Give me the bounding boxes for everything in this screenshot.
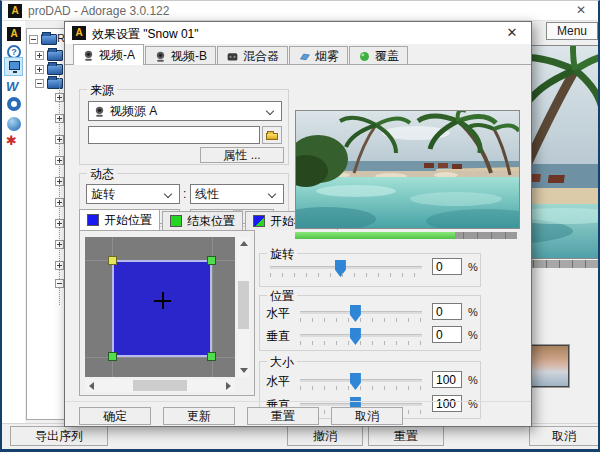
position-vertical-value-field[interactable] <box>432 326 462 343</box>
update-button[interactable]: 更新 <box>163 407 235 425</box>
folder-icon <box>47 50 63 61</box>
tree-expand-icon[interactable] <box>55 135 64 144</box>
webcam-icon <box>154 50 167 63</box>
scrollbar-thumb[interactable] <box>133 380 187 391</box>
tree-expand-icon[interactable] <box>35 51 44 60</box>
reset-button[interactable]: 重置 <box>368 426 444 446</box>
tab-video-b[interactable]: 视频-B <box>145 46 216 65</box>
delete-icon[interactable]: ✱ <box>6 133 17 148</box>
tree-expand-icon[interactable] <box>55 177 64 186</box>
tree-expand-icon[interactable] <box>55 219 64 228</box>
video-source-select[interactable]: 视频源 A <box>88 101 282 121</box>
tree-expand-icon[interactable] <box>55 198 64 207</box>
preview-progress-bar[interactable] <box>295 232 517 239</box>
slider-ticks <box>270 273 422 277</box>
tab-label: 覆盖 <box>375 48 399 65</box>
tab-video-a[interactable]: 视频-A <box>73 44 144 65</box>
rotation-group: 旋转 % <box>259 253 481 287</box>
scroll-down-icon[interactable] <box>240 368 248 373</box>
cancel-button[interactable]: 取消 <box>529 426 599 446</box>
size-horizontal-slider[interactable] <box>300 379 422 382</box>
crosshair-icon <box>162 292 164 309</box>
browse-button[interactable] <box>262 126 282 144</box>
tab-mixer[interactable]: 混合器 <box>217 46 288 65</box>
sphere-icon[interactable] <box>7 117 21 131</box>
video-source-value: 视频源 A <box>110 103 157 120</box>
tab-smoke[interactable]: 烟雾 <box>289 46 348 65</box>
handle-bottom-left[interactable] <box>108 352 117 361</box>
effects-w-icon[interactable]: W <box>6 79 18 94</box>
tab-end-position[interactable]: 结束位置 <box>162 211 243 230</box>
tree-collapse-icon[interactable] <box>29 35 38 44</box>
menu-button[interactable]: Menu <box>546 22 598 40</box>
webcam-icon <box>93 105 106 118</box>
position-horizontal-value-field[interactable] <box>432 303 462 320</box>
handle-bottom-right[interactable] <box>207 352 216 361</box>
tree-collapse-icon[interactable] <box>35 79 44 88</box>
dialog-tabbar: 视频-A 视频-B 混合器 烟雾 覆盖 <box>65 44 531 65</box>
interpolation-select[interactable]: 线性 <box>190 184 284 204</box>
tree-collapse-icon[interactable] <box>55 279 64 288</box>
ok-button[interactable]: 确定 <box>79 407 151 425</box>
position-editor <box>79 230 255 396</box>
prodad-logo-icon: A <box>7 27 21 41</box>
properties-button[interactable]: 属性 ... <box>200 147 284 163</box>
main-close-icon[interactable]: ✕ <box>568 2 594 19</box>
tree-expand-icon[interactable] <box>55 261 64 270</box>
tree-expand-icon[interactable] <box>55 156 64 165</box>
horizontal-label: 水平 <box>266 373 290 390</box>
tree-expand-icon[interactable] <box>55 240 64 249</box>
tab-overlay[interactable]: 覆盖 <box>349 46 408 65</box>
rotation-value-field[interactable] <box>432 258 462 275</box>
folder-icon <box>41 34 57 45</box>
dialog-close-icon[interactable]: ✕ <box>499 24 525 42</box>
folder-icon <box>47 64 63 75</box>
sidebar: A ? W ✱ <box>2 21 25 426</box>
position-vertical-slider[interactable] <box>300 334 422 337</box>
unit-label: % <box>468 329 478 341</box>
motion-value: 旋转 <box>91 186 115 203</box>
horizontal-scrollbar[interactable] <box>85 379 235 392</box>
source-group: 来源 视频源 A 属性 ... <box>79 89 289 165</box>
position-horizontal-slider[interactable] <box>300 311 422 314</box>
vertical-label: 垂直 <box>266 328 290 345</box>
tree-expand-icon[interactable] <box>35 65 44 74</box>
mixer-icon <box>226 50 239 63</box>
motion-select[interactable]: 旋转 <box>86 184 180 204</box>
handle-top-right[interactable] <box>207 256 216 265</box>
tab-label: 混合器 <box>243 48 279 65</box>
cancel-button[interactable]: 取消 <box>331 407 403 425</box>
scroll-left-icon[interactable] <box>89 382 94 390</box>
scroll-right-icon[interactable] <box>226 382 231 390</box>
tree-expand-icon[interactable] <box>55 114 64 123</box>
source-path-field[interactable] <box>88 126 260 144</box>
position-canvas[interactable] <box>85 237 235 377</box>
effect-settings-dialog: A 效果设置 "Snow 01" ✕ 视频-A 视频-B 混合器 烟雾 <box>64 21 532 427</box>
ring-icon[interactable] <box>7 97 21 111</box>
dialog-button-row: 确定 更新 重置 取消 <box>65 401 531 428</box>
handle-top-left[interactable] <box>108 256 117 265</box>
export-sequence-button[interactable]: 导出序列 <box>10 426 108 446</box>
scroll-up-icon[interactable] <box>240 241 248 246</box>
rotation-slider[interactable] <box>270 266 422 269</box>
effect-preview-image <box>295 110 520 229</box>
vertical-scrollbar[interactable] <box>237 237 250 377</box>
monitor-tool-selected[interactable] <box>4 57 23 76</box>
tab-label: 烟雾 <box>315 48 339 65</box>
smoke-icon <box>298 50 311 63</box>
undo-button[interactable]: 撤消 <box>287 426 363 446</box>
reset-button[interactable]: 重置 <box>247 407 319 425</box>
interpolation-value: 线性 <box>195 186 219 203</box>
unit-label: % <box>468 306 478 318</box>
tree-expand-icon[interactable] <box>55 93 64 102</box>
webcam-icon <box>82 49 95 62</box>
effect-thumbnail[interactable] <box>529 345 569 387</box>
size-horizontal-value-field[interactable] <box>432 371 462 388</box>
tab-start-position[interactable]: 开始位置 <box>79 209 160 230</box>
scrollbar-thumb[interactable] <box>238 281 249 329</box>
dialog-title: 效果设置 "Snow 01" <box>92 26 199 43</box>
chevron-down-icon <box>268 190 276 198</box>
horizontal-label: 水平 <box>266 305 290 322</box>
folder-icon <box>266 133 278 140</box>
source-group-legend: 来源 <box>87 82 117 99</box>
